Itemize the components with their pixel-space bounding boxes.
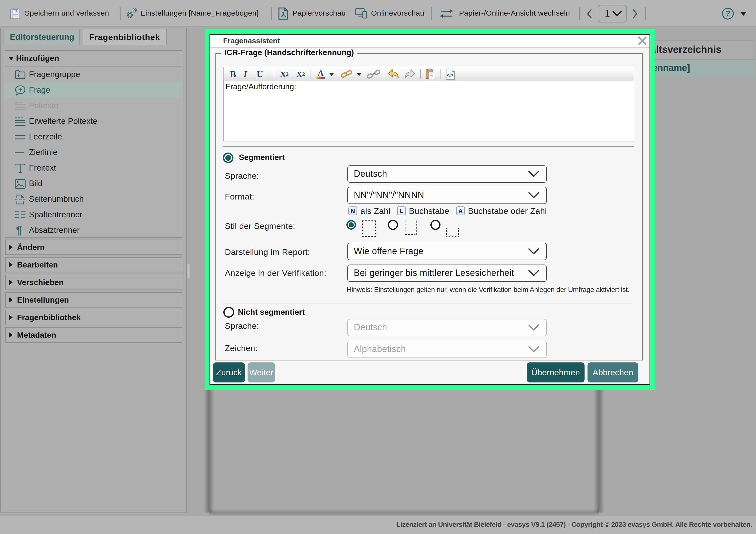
svg-text:A: A bbox=[318, 69, 324, 78]
svg-text:<>: <> bbox=[447, 72, 454, 78]
